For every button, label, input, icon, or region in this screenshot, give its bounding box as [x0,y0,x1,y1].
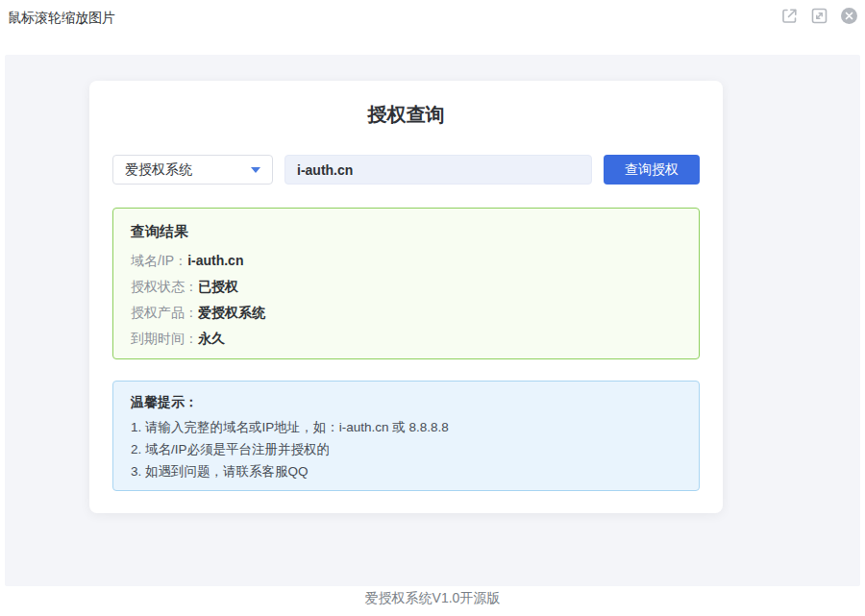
tips-item: 2. 域名/IP必须是平台注册并授权的 [131,438,681,460]
tips-heading: 温馨提示： [131,392,681,412]
result-row-status: 授权状态：已授权 [131,274,681,300]
product-select-value: 爱授权系统 [125,161,192,179]
result-value: 爱授权系统 [198,305,265,320]
query-result-box: 查询结果 域名/IP：i-auth.cn 授权状态：已授权 授权产品：爱授权系统… [112,208,700,359]
top-toolbar: 鼠标滚轮缩放图片 [0,0,865,55]
result-row-product: 授权产品：爱授权系统 [131,300,681,326]
result-row-expiry: 到期时间：永久 [131,326,681,352]
result-label: 域名/IP： [131,253,187,268]
tips-box: 温馨提示： 1. 请输入完整的域名或IP地址，如：i-auth.cn 或 8.8… [112,381,700,491]
result-value: 已授权 [198,279,238,294]
open-in-new-window-icon[interactable] [780,7,799,25]
zoom-hint-label: 鼠标滚轮缩放图片 [8,10,115,27]
toolbar-icon-group [780,7,858,25]
query-form: 爱授权系统 查询授权 [112,155,700,185]
result-row-domain: 域名/IP：i-auth.cn [131,248,681,274]
result-label: 授权状态： [131,279,198,294]
footer-version-label: 爱授权系统V1.0开源版 [0,590,865,607]
result-label: 到期时间： [131,331,198,346]
result-value: 永久 [198,331,225,346]
auth-query-card: 授权查询 爱授权系统 查询授权 查询结果 域名/IP：i-auth.cn 授权状… [89,81,723,513]
tips-item: 3. 如遇到问题，请联系客服QQ [131,460,681,482]
chevron-down-icon [251,167,260,173]
product-select[interactable]: 爱授权系统 [112,155,273,185]
result-label: 授权产品： [131,305,198,320]
query-auth-button[interactable]: 查询授权 [604,155,700,185]
domain-input[interactable] [284,155,592,185]
close-icon[interactable] [840,7,858,25]
tips-item: 1. 请输入完整的域名或IP地址，如：i-auth.cn 或 8.8.8.8 [131,416,681,438]
result-heading: 查询结果 [131,221,681,242]
image-viewer-area[interactable]: 授权查询 爱授权系统 查询授权 查询结果 域名/IP：i-auth.cn 授权状… [5,55,860,586]
fullscreen-icon[interactable] [810,7,828,25]
result-value: i-auth.cn [187,253,243,268]
page-title: 授权查询 [112,102,700,127]
